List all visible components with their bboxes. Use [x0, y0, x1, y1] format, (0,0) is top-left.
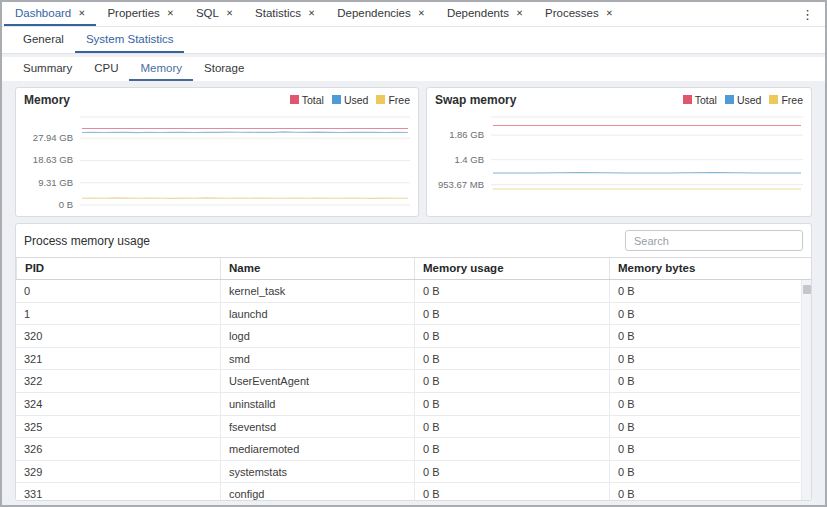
stat-tab[interactable]: Storage [193, 57, 255, 81]
table-row[interactable]: 320 logd 0 B 0 B [16, 325, 800, 348]
cell-name: kernel_task [220, 280, 414, 302]
dashboard-sub-tab-bar: General System Statistics [2, 27, 825, 54]
close-icon[interactable]: ✕ [308, 9, 315, 18]
table-row[interactable]: 331 configd 0 B 0 B [16, 483, 800, 500]
table-scrollbar[interactable] [801, 280, 811, 500]
svg-text:1.86 GB: 1.86 GB [449, 129, 484, 140]
sub-tab[interactable]: System Statistics [75, 27, 185, 53]
cell-name: systemstats [220, 461, 414, 483]
sub-tab-label: System Statistics [86, 33, 174, 45]
legend-item: Used [725, 94, 762, 106]
cell-memory-usage: 0 B [414, 483, 609, 500]
legend-item: Total [290, 94, 324, 106]
cell-pid: 326 [16, 438, 220, 460]
scrollbar-thumb[interactable] [803, 285, 811, 294]
legend-swatch-icon [332, 95, 341, 104]
panel-tab-bar: Dashboard ✕ Properties ✕ SQL ✕ Statistic… [2, 2, 825, 27]
cell-memory-bytes: 0 B [609, 370, 800, 392]
cell-name: uninstalld [220, 393, 414, 415]
cell-memory-usage: 0 B [414, 348, 609, 370]
close-icon[interactable]: ✕ [606, 9, 613, 18]
process-memory-usage-panel: Process memory usage PID Name Memory usa… [15, 223, 812, 501]
panel-tab-label: SQL [196, 7, 219, 19]
statistics-tabs: Summary CPU Memory Storage [12, 57, 255, 81]
table-row[interactable]: 325 fseventsd 0 B 0 B [16, 416, 800, 439]
cell-memory-bytes: 0 B [609, 438, 800, 460]
swap-chart-header: Swap memory Total Used [427, 88, 811, 111]
panel-tabs: Dashboard ✕ Properties ✕ SQL ✕ Statistic… [4, 2, 624, 26]
panel-tab[interactable]: Dependencies ✕ [326, 2, 436, 26]
cell-pid: 0 [16, 280, 220, 302]
panel-tab-label: Statistics [255, 7, 301, 19]
swap-memory-chart-panel: Swap memory Total Used [426, 87, 812, 217]
legend-item: Total [683, 94, 717, 106]
panel-tab[interactable]: Dependents ✕ [436, 2, 534, 26]
cell-memory-usage: 0 B [414, 325, 609, 347]
table-row[interactable]: 324 uninstalld 0 B 0 B [16, 393, 800, 416]
panel-tab[interactable]: Statistics ✕ [244, 2, 326, 26]
process-table-header: Process memory usage [16, 224, 811, 257]
panel-tab-label: Processes [545, 7, 599, 19]
legend-label: Used [344, 94, 369, 106]
panel-tab-label: Properties [107, 7, 159, 19]
sub-tab-label: General [23, 33, 64, 45]
search-input[interactable] [625, 230, 803, 251]
close-icon[interactable]: ✕ [167, 9, 174, 18]
swap-memory-line-chart: 953.67 MB1.4 GB1.86 GB [427, 111, 811, 214]
stat-tab[interactable]: Summary [12, 57, 83, 81]
legend-label: Total [302, 94, 324, 106]
panel-tab[interactable]: Dashboard ✕ [4, 2, 96, 26]
table-row[interactable]: 0 kernel_task 0 B 0 B [16, 280, 800, 303]
column-header[interactable]: Name [220, 258, 414, 279]
table-row[interactable]: 326 mediaremoted 0 B 0 B [16, 438, 800, 461]
table-row[interactable]: 329 systemstats 0 B 0 B [16, 461, 800, 484]
dashboard-sub-tabs: General System Statistics [12, 27, 184, 53]
table-row[interactable]: 1 launchd 0 B 0 B [16, 303, 800, 326]
svg-text:9.31 GB: 9.31 GB [38, 177, 73, 188]
cell-pid: 324 [16, 393, 220, 415]
table-row[interactable]: 322 UserEventAgent 0 B 0 B [16, 370, 800, 393]
memory-line-chart: 0 B9.31 GB18.63 GB27.94 GB [16, 111, 418, 214]
close-icon[interactable]: ✕ [516, 9, 523, 18]
table-row[interactable]: 321 smd 0 B 0 B [16, 348, 800, 371]
stat-tab-label: Summary [23, 62, 72, 74]
close-icon[interactable]: ✕ [418, 9, 425, 18]
close-icon[interactable]: ✕ [226, 9, 233, 18]
pgadmin-dashboard-window: Dashboard ✕ Properties ✕ SQL ✕ Statistic… [0, 0, 827, 507]
legend-swatch-icon [376, 95, 385, 104]
column-header[interactable]: PID [16, 258, 220, 279]
column-header[interactable]: Memory usage [414, 258, 609, 279]
legend-label: Free [781, 94, 803, 106]
legend-swatch-icon [769, 95, 778, 104]
panel-tab[interactable]: Processes ✕ [534, 2, 624, 26]
legend-item: Free [376, 94, 410, 106]
cell-pid: 329 [16, 461, 220, 483]
cell-name: configd [220, 483, 414, 500]
cell-name: mediaremoted [220, 438, 414, 460]
cell-memory-usage: 0 B [414, 461, 609, 483]
cell-memory-usage: 0 B [414, 303, 609, 325]
stat-tab-label: Storage [204, 62, 244, 74]
chart-legend: Total Used Free [290, 94, 410, 106]
legend-item: Free [769, 94, 803, 106]
stat-tab-label: Memory [140, 62, 182, 74]
cell-memory-usage: 0 B [414, 416, 609, 438]
cell-memory-bytes: 0 B [609, 325, 800, 347]
svg-text:0 B: 0 B [59, 199, 73, 210]
close-icon[interactable]: ✕ [78, 9, 85, 18]
sub-tab[interactable]: General [12, 27, 75, 53]
panel-tab[interactable]: SQL ✕ [185, 2, 244, 26]
cell-memory-bytes: 0 B [609, 416, 800, 438]
table-rows: 0 kernel_task 0 B 0 B 1 launchd 0 B 0 B [16, 280, 800, 500]
kebab-menu-icon[interactable]: ⋮ [796, 2, 819, 27]
cell-name: fseventsd [220, 416, 414, 438]
cell-memory-bytes: 0 B [609, 303, 800, 325]
svg-text:1.4 GB: 1.4 GB [454, 154, 484, 165]
panel-tab[interactable]: Properties ✕ [96, 2, 185, 26]
cell-name: logd [220, 325, 414, 347]
column-header[interactable]: Memory bytes [609, 258, 811, 279]
stat-tab[interactable]: Memory [129, 57, 193, 81]
svg-text:953.67 MB: 953.67 MB [438, 179, 484, 190]
cell-memory-usage: 0 B [414, 393, 609, 415]
stat-tab[interactable]: CPU [83, 57, 129, 81]
